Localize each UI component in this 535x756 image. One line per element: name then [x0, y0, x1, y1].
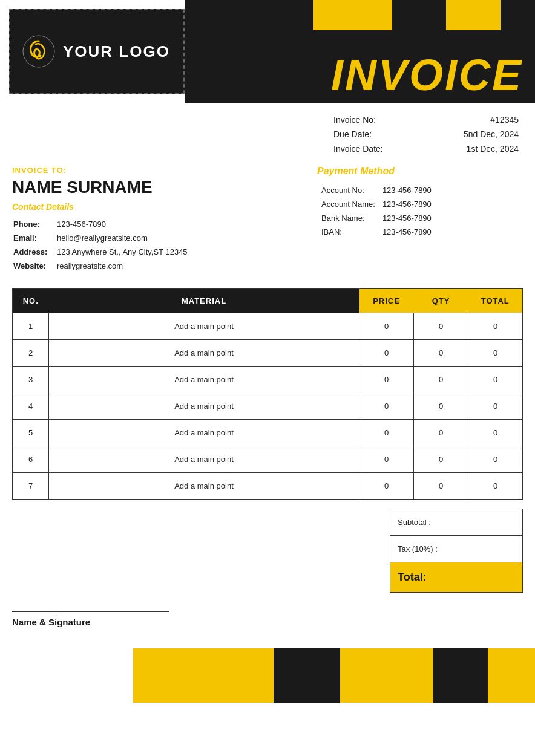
- invoice-to-label: INVOICE TO:: [12, 166, 293, 175]
- account-name-label: Account Name:: [318, 198, 378, 210]
- row-total: 0: [468, 340, 523, 367]
- bill-section: INVOICE TO: NAME SURNAME Contact Details…: [0, 160, 535, 279]
- row-material: Add a main point: [49, 340, 359, 367]
- row-price: 0: [359, 393, 414, 420]
- table-row: 3 Add a main point 0 0 0: [13, 367, 523, 393]
- invoice-no-row: Invoice No: #12345: [330, 113, 522, 126]
- row-qty: 0: [414, 393, 468, 420]
- invoice-info-section: Invoice No: #12345 Due Date: 5nd Dec, 20…: [0, 103, 535, 160]
- row-price: 0: [359, 313, 414, 340]
- totals-section: Subtotal : Tax (10%) : Total:: [0, 509, 535, 593]
- row-total: 0: [468, 420, 523, 446]
- row-price: 0: [359, 446, 414, 473]
- col-qty-header: QTY: [414, 289, 468, 313]
- footer: [0, 648, 535, 703]
- invoice-date-value: 1st Dec, 2024: [422, 142, 522, 155]
- payment-method-label: Payment Method: [317, 166, 523, 177]
- table-row: 2 Add a main point 0 0 0: [13, 340, 523, 367]
- logo-box: YOUR LOGO: [9, 9, 185, 94]
- address-value: 123 Anywhere St., Any City,ST 12345: [57, 246, 192, 258]
- bank-name-row: Bank Name: 123-456-7890: [318, 212, 435, 224]
- payment-table: Account No: 123-456-7890 Account Name: 1…: [317, 183, 436, 240]
- row-price: 0: [359, 340, 414, 367]
- row-total: 0: [468, 446, 523, 473]
- account-name-row: Account Name: 123-456-7890: [318, 198, 435, 210]
- header: YOUR LOGO INVOICE: [0, 0, 535, 103]
- phone-label: Phone:: [13, 218, 56, 230]
- total-row: Total:: [390, 562, 523, 593]
- row-qty: 0: [414, 473, 468, 500]
- table-row: 4 Add a main point 0 0 0: [13, 393, 523, 420]
- phone-row: Phone: 123-456-7890: [13, 218, 192, 230]
- invoice-no-label: Invoice No:: [330, 113, 421, 126]
- due-date-value: 5nd Dec, 2024: [422, 128, 522, 141]
- subtotal-label: Subtotal :: [390, 509, 523, 536]
- invoice-date-label: Invoice Date:: [330, 142, 421, 155]
- payment-block: Payment Method Account No: 123-456-7890 …: [317, 166, 523, 273]
- row-no: 6: [13, 446, 49, 473]
- invoice-no-value: #12345: [422, 113, 522, 126]
- account-no-value: 123-456-7890: [379, 184, 435, 197]
- table-body: 1 Add a main point 0 0 0 2 Add a main po…: [13, 313, 523, 500]
- signature-line: [12, 611, 169, 612]
- table-row: 5 Add a main point 0 0 0: [13, 420, 523, 446]
- iban-value: 123-456-7890: [379, 226, 435, 238]
- table-header: NO. MATERIAL PRICE QTY TOTAL: [13, 289, 523, 313]
- row-total: 0: [468, 473, 523, 500]
- table-row: 7 Add a main point 0 0 0: [13, 473, 523, 500]
- account-no-label: Account No:: [318, 184, 378, 197]
- logo-text: YOUR LOGO: [63, 42, 170, 61]
- items-section: NO. MATERIAL PRICE QTY TOTAL 1 Add a mai…: [0, 279, 535, 509]
- row-no: 5: [13, 420, 49, 446]
- email-value: hello@reallygreatsite.com: [57, 232, 192, 244]
- table-row: 1 Add a main point 0 0 0: [13, 313, 523, 340]
- row-qty: 0: [414, 340, 468, 367]
- row-total: 0: [468, 313, 523, 340]
- website-row: Website: reallygreatsite.com: [13, 259, 192, 272]
- col-price-header: PRICE: [359, 289, 414, 313]
- account-no-row: Account No: 123-456-7890: [318, 184, 435, 197]
- website-value: reallygreatsite.com: [57, 259, 192, 272]
- totals-table: Subtotal : Tax (10%) : Total:: [390, 509, 523, 593]
- row-material: Add a main point: [49, 393, 359, 420]
- invoice-title: INVOICE: [331, 53, 523, 97]
- row-material: Add a main point: [49, 313, 359, 340]
- row-no: 2: [13, 340, 49, 367]
- client-name: NAME SURNAME: [12, 178, 293, 197]
- contact-table: Phone: 123-456-7890 Email: hello@reallyg…: [12, 217, 194, 273]
- col-material-header: MATERIAL: [49, 289, 359, 313]
- account-name-value: 123-456-7890: [379, 198, 435, 210]
- logo-icon: [22, 35, 56, 68]
- bill-to-block: INVOICE TO: NAME SURNAME Contact Details…: [12, 166, 293, 273]
- tax-label: Tax (10%) :: [390, 536, 523, 562]
- email-row: Email: hello@reallygreatsite.com: [13, 232, 192, 244]
- bank-name-label: Bank Name:: [318, 212, 378, 224]
- row-qty: 0: [414, 446, 468, 473]
- row-price: 0: [359, 420, 414, 446]
- iban-label: IBAN:: [318, 226, 378, 238]
- row-material: Add a main point: [49, 473, 359, 500]
- subtotal-row: Subtotal :: [390, 509, 523, 536]
- row-material: Add a main point: [49, 420, 359, 446]
- signature-section: Name & Signature: [0, 593, 535, 636]
- due-date-row: Due Date: 5nd Dec, 2024: [330, 128, 522, 141]
- row-material: Add a main point: [49, 367, 359, 393]
- email-label: Email:: [13, 232, 56, 244]
- due-date-label: Due Date:: [330, 128, 421, 141]
- tax-row: Tax (10%) :: [390, 536, 523, 562]
- row-no: 1: [13, 313, 49, 340]
- row-price: 0: [359, 473, 414, 500]
- row-qty: 0: [414, 313, 468, 340]
- row-price: 0: [359, 367, 414, 393]
- row-no: 7: [13, 473, 49, 500]
- phone-value: 123-456-7890: [57, 218, 192, 230]
- row-no: 4: [13, 393, 49, 420]
- address-row: Address: 123 Anywhere St., Any City,ST 1…: [13, 246, 192, 258]
- row-material: Add a main point: [49, 446, 359, 473]
- website-label: Website:: [13, 259, 56, 272]
- iban-row: IBAN: 123-456-7890: [318, 226, 435, 238]
- row-qty: 0: [414, 367, 468, 393]
- bank-name-value: 123-456-7890: [379, 212, 435, 224]
- col-total-header: TOTAL: [468, 289, 523, 313]
- signature-label: Name & Signature: [12, 617, 523, 627]
